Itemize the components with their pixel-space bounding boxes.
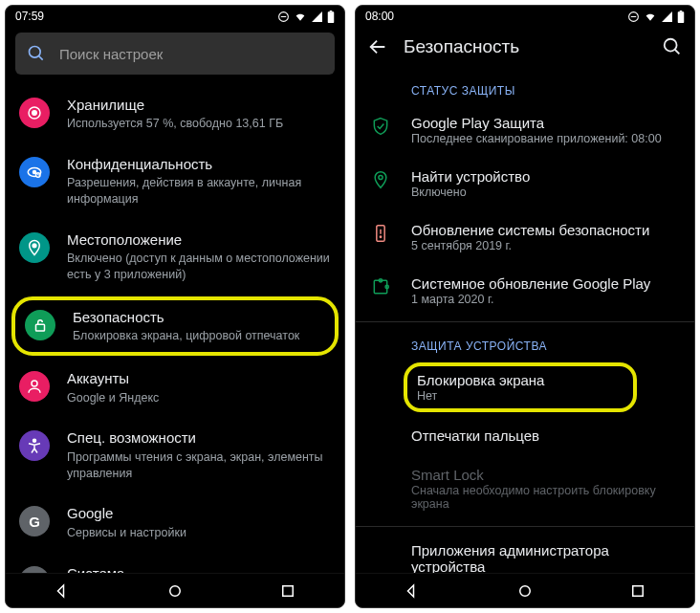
row-title: Приложения администратора устройства <box>411 542 681 573</box>
row-title: Блокировка экрана <box>417 372 623 388</box>
svg-rect-2 <box>328 11 335 23</box>
row-title: Аккаунты <box>67 369 331 388</box>
pin-ok-icon <box>371 170 390 189</box>
row-title: Конфиденциальность <box>67 155 331 174</box>
row-sub: 5 сентября 2019 г. <box>411 239 681 252</box>
signal-icon <box>661 11 673 23</box>
svg-point-25 <box>665 39 677 52</box>
eye-icon <box>19 157 50 187</box>
svg-line-5 <box>39 56 43 60</box>
dnd-icon <box>627 11 640 23</box>
page-title: Безопасность <box>404 36 646 57</box>
row-title: Система <box>67 564 331 574</box>
security-list[interactable]: СТАТУС ЗАЩИТЫ Google Play Защита Последн… <box>356 71 694 573</box>
row-title: Местоположение <box>67 230 331 250</box>
g-icon: G <box>19 506 50 536</box>
status-bar: 07:59 <box>6 6 344 27</box>
row-sub: Сначала необходимо настроить блокировку … <box>411 484 681 511</box>
svg-line-26 <box>675 50 680 55</box>
nav-home-icon[interactable] <box>166 582 184 600</box>
settings-row-3[interactable]: Безопасность Блокировка экрана, цифровой… <box>25 308 327 344</box>
search-settings[interactable]: Поиск настроек <box>15 33 335 75</box>
row-title: Google Play Защита <box>411 115 681 131</box>
row-sub: Блокировка экрана, цифровой отпечаток <box>73 328 327 344</box>
nav-back-icon[interactable] <box>54 582 71 600</box>
status-bar: 08:00 <box>356 6 694 27</box>
svg-point-27 <box>379 175 383 179</box>
settings-row-2[interactable]: Местоположение Включено (доступ к данным… <box>6 219 344 295</box>
wifi-icon <box>644 11 657 23</box>
phone-warn-icon <box>371 224 390 243</box>
row-title: Smart Lock <box>411 467 681 483</box>
svg-point-18 <box>170 585 181 596</box>
search-icon[interactable] <box>662 36 683 57</box>
search-icon <box>27 44 46 63</box>
svg-point-34 <box>520 585 531 596</box>
security-row-1[interactable]: Найти устройство Включено <box>356 157 694 210</box>
settings-row-1[interactable]: Конфиденциальность Разрешения, действия … <box>6 143 344 219</box>
svg-rect-12 <box>36 324 45 331</box>
row-title: Безопасность <box>73 308 327 327</box>
nav-recent-icon[interactable] <box>279 582 296 600</box>
row-title: Найти устройство <box>411 168 681 185</box>
svg-point-30 <box>380 236 381 237</box>
settings-main-screen: 07:59 Поиск настроек Хранилище Используе… <box>5 5 345 608</box>
divider <box>356 526 694 527</box>
disc-icon <box>19 98 50 128</box>
security-row-2[interactable]: Обновление системы безопасности 5 сентяб… <box>356 210 694 264</box>
svg-rect-19 <box>283 585 294 596</box>
svg-point-13 <box>32 381 37 386</box>
row-screen-lock[interactable]: Блокировка экрана Нет <box>417 372 623 403</box>
svg-point-7 <box>33 111 37 116</box>
row-title: Хранилище <box>67 96 331 115</box>
row-sub: Включено (доступ к данным о местоположен… <box>67 251 331 283</box>
settings-row-5[interactable]: Спец. возможности Программы чтения с экр… <box>6 417 344 493</box>
security-row-0[interactable]: Google Play Защита Последнее сканировани… <box>356 103 694 157</box>
highlight-screen-lock: Блокировка экрана Нет <box>404 362 637 412</box>
row-sub: 1 марта 2020 г. <box>411 293 681 306</box>
row-title: Google <box>67 504 331 523</box>
row-sub: Используется 57 %, свободно 13,61 ГБ <box>67 116 331 132</box>
status-icons <box>627 11 685 23</box>
search-placeholder: Поиск настроек <box>59 46 163 62</box>
back-icon[interactable] <box>367 36 388 57</box>
row-sub: Сервисы и настройки <box>67 525 331 541</box>
security-screen: 08:00 Безопасность СТАТУС ЗАЩИТЫ Google … <box>355 5 695 608</box>
settings-row-6[interactable]: G Google Сервисы и настройки <box>6 493 344 552</box>
row-title: Системное обновление Google Play <box>411 275 681 292</box>
svg-point-9 <box>33 171 36 174</box>
row-sub: Нет <box>417 389 623 403</box>
section-device: ЗАЩИТА УСТРОЙСТВА <box>356 326 694 359</box>
battery-icon <box>677 11 685 23</box>
svg-rect-3 <box>330 11 333 11</box>
row-sub: Разрешения, действия в аккаунте, личная … <box>67 175 331 208</box>
svg-rect-22 <box>678 11 685 23</box>
clock: 08:00 <box>365 10 394 23</box>
settings-row-4[interactable]: Аккаунты Google и Яндекс <box>6 358 344 417</box>
wifi-icon <box>294 11 307 23</box>
svg-rect-35 <box>633 585 644 596</box>
row-sub: Включено <box>411 186 681 199</box>
user-icon <box>19 371 50 402</box>
screen-header: Безопасность <box>356 27 694 71</box>
shield-ok-icon <box>371 117 390 136</box>
nav-home-icon[interactable] <box>516 582 534 600</box>
lock-icon <box>25 310 55 340</box>
nav-back-icon[interactable] <box>404 582 421 600</box>
row-sub: Последнее сканирование приложений: 08:00 <box>411 132 681 145</box>
clock: 07:59 <box>15 10 44 23</box>
svg-point-4 <box>30 47 41 58</box>
settings-row-0[interactable]: Хранилище Используется 57 %, свободно 13… <box>6 84 344 143</box>
row-sub: Google и Яндекс <box>67 390 331 406</box>
nav-bar <box>6 573 344 607</box>
row-fingerprints[interactable]: Отпечатки пальцев <box>356 416 694 455</box>
battery-icon <box>327 11 335 23</box>
settings-list[interactable]: Хранилище Используется 57 %, свободно 13… <box>6 84 344 573</box>
nav-recent-icon[interactable] <box>629 582 646 600</box>
svg-point-14 <box>33 440 36 443</box>
nav-bar <box>356 573 694 607</box>
security-row-3[interactable]: Системное обновление Google Play 1 марта… <box>356 264 694 317</box>
settings-row-7[interactable]: Система Языки, время, жесты, резервное к… <box>6 553 344 574</box>
row-device-admin[interactable]: Приложения администратора устройства <box>356 531 694 573</box>
row-title: Обновление системы безопасности <box>411 222 681 238</box>
